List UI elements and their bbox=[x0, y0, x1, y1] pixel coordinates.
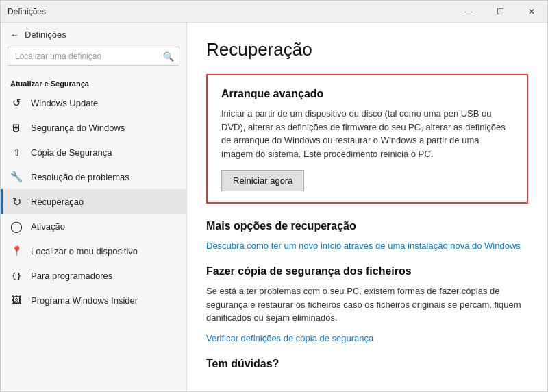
sidebar-item-activation[interactable]: ◯ Ativação bbox=[1, 214, 186, 238]
restart-now-button[interactable]: Reiniciar agora bbox=[221, 170, 304, 191]
backup-settings-link[interactable]: Verificar definições de cópia de seguran… bbox=[206, 333, 373, 343]
maximize-button[interactable]: ☐ bbox=[484, 1, 516, 23]
sidebar: ← Definições 🔍 Atualizar e Segurança ↺ W… bbox=[1, 23, 187, 391]
window: Definições — ☐ ✕ ← Definições 🔍 Atualiza… bbox=[0, 0, 548, 392]
recovery-icon: ↻ bbox=[10, 195, 23, 208]
advanced-boot-heading: Arranque avançado bbox=[221, 88, 513, 100]
main-content: Recuperação Arranque avançado Iniciar a … bbox=[187, 23, 547, 391]
backup-section: Fazer cópia de segurança dos ficheiros S… bbox=[206, 265, 528, 344]
sidebar-title: Definições bbox=[25, 29, 66, 40]
sidebar-item-label: Para programadores bbox=[31, 271, 112, 281]
window-controls: — ☐ ✕ bbox=[453, 1, 547, 22]
back-icon: ← bbox=[10, 29, 19, 40]
content-area: ← Definições 🔍 Atualizar e Segurança ↺ W… bbox=[1, 23, 547, 391]
minimize-button[interactable]: — bbox=[453, 1, 484, 23]
sidebar-item-label: Ativação bbox=[31, 221, 65, 232]
titlebar: Definições — ☐ ✕ bbox=[1, 1, 547, 23]
troubleshoot-icon: 🔧 bbox=[10, 171, 23, 183]
truncated-heading: Tem dúvidas? bbox=[206, 358, 528, 373]
more-options-section: Mais opções de recuperação Descubra como… bbox=[206, 220, 528, 252]
advanced-boot-section: Arranque avançado Iniciar a partir de um… bbox=[206, 74, 528, 204]
search-container: 🔍 bbox=[8, 47, 179, 66]
backup-description: Se está a ter problemas com o seu PC, ex… bbox=[206, 284, 528, 325]
sidebar-item-backup[interactable]: ⇧ Cópia de Segurança bbox=[1, 140, 186, 164]
sidebar-item-label: Recuperação bbox=[31, 197, 84, 207]
search-input[interactable] bbox=[8, 47, 179, 66]
sidebar-item-windows-update[interactable]: ↺ Windows Update bbox=[1, 90, 186, 115]
windows-update-icon: ↺ bbox=[10, 97, 23, 109]
find-device-icon: 📍 bbox=[10, 245, 23, 257]
backup-heading: Fazer cópia de segurança dos ficheiros bbox=[206, 265, 528, 278]
sidebar-item-label: Segurança do Windows bbox=[31, 123, 125, 133]
sidebar-item-find-device[interactable]: 📍 Localizar o meu dispositivo bbox=[1, 238, 186, 263]
search-icon: 🔍 bbox=[163, 51, 174, 62]
sidebar-item-label: Cópia de Segurança bbox=[31, 147, 112, 158]
developers-icon: { } bbox=[10, 269, 23, 282]
insider-icon: 🖼 bbox=[10, 294, 23, 306]
window-title: Definições bbox=[8, 7, 46, 16]
security-icon: ⛨ bbox=[10, 121, 23, 134]
sidebar-item-troubleshoot[interactable]: 🔧 Resolução de problemas bbox=[1, 164, 186, 189]
sidebar-item-recovery[interactable]: ↻ Recuperação bbox=[1, 189, 186, 214]
page-title: Recuperação bbox=[206, 39, 528, 60]
advanced-boot-description: Iniciar a partir de um dispositivo ou di… bbox=[221, 107, 513, 160]
sidebar-item-developers[interactable]: { } Para programadores bbox=[1, 263, 186, 288]
new-start-link[interactable]: Descubra como ter um novo início através… bbox=[206, 241, 521, 251]
activation-icon: ◯ bbox=[10, 220, 23, 232]
sidebar-item-label: Programa Windows Insider bbox=[31, 295, 138, 306]
sidebar-item-windows-security[interactable]: ⛨ Segurança do Windows bbox=[1, 115, 186, 140]
backup-icon: ⇧ bbox=[10, 146, 23, 158]
sidebar-item-label: Resolução de problemas bbox=[31, 172, 129, 182]
more-options-heading: Mais opções de recuperação bbox=[206, 220, 528, 232]
close-button[interactable]: ✕ bbox=[516, 1, 547, 23]
sidebar-item-label: Localizar o meu dispositivo bbox=[31, 246, 138, 256]
section-label: Atualizar e Segurança bbox=[1, 74, 186, 90]
sidebar-item-insider[interactable]: 🖼 Programa Windows Insider bbox=[1, 288, 186, 313]
back-button[interactable]: ← Definições bbox=[1, 23, 186, 47]
sidebar-item-label: Windows Update bbox=[31, 98, 98, 108]
